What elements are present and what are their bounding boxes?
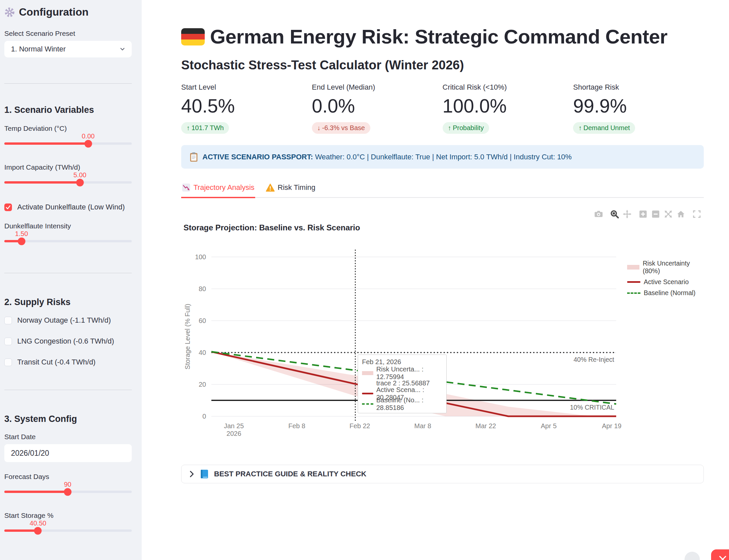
page-title-row: German Energy Risk: Strategic Command Ce… <box>181 25 704 48</box>
metric-start-level: Start Level 40.5% ↑ 101.7 TWh <box>181 83 312 134</box>
divider <box>4 273 132 273</box>
svg-text:Mar 22: Mar 22 <box>475 422 496 430</box>
german-flag-icon <box>181 28 205 45</box>
band-swatch-icon <box>627 265 639 270</box>
passport-text-bold: ACTIVE SCENARIO PASSPORT: <box>203 153 313 161</box>
clipboard-icon <box>190 152 198 162</box>
transit-cut-label: Transit Cut (-0.4 TWh/d) <box>17 358 96 366</box>
reset-axes-home-icon[interactable] <box>677 210 685 218</box>
tab-trajectory-analysis[interactable]: Trajectory Analysis <box>181 181 255 197</box>
slider-value: 40.50 <box>25 520 51 527</box>
norway-outage-label: Norway Outage (-1.1 TWh/d) <box>17 316 111 325</box>
pan-icon[interactable] <box>623 210 631 218</box>
tooltip-row: Baseline (No... : 28.85186 <box>362 399 442 409</box>
tooltip-row: Risk Uncerta... : 12.75994 <box>362 368 442 378</box>
slider-track[interactable] <box>4 529 132 532</box>
slider-thumb[interactable] <box>18 237 25 245</box>
svg-text:40% Re-Inject: 40% Re-Inject <box>574 356 614 363</box>
zoom-out-icon[interactable] <box>651 210 660 218</box>
zoom-in-icon[interactable] <box>639 210 647 218</box>
dunkelflaute-checkbox-label: Activate Dunkelflaute (Low Wind) <box>17 203 125 211</box>
blue-book-icon <box>200 469 209 479</box>
preset-label: Select Scenario Preset <box>4 30 132 38</box>
scenario-preset-select[interactable]: 1. Normal Winter <box>4 41 132 57</box>
svg-text:Feb 8: Feb 8 <box>288 422 305 430</box>
norway-outage-checkbox-row[interactable]: Norway Outage (-1.1 TWh/d) <box>4 316 132 325</box>
start-storage-label: Start Storage % <box>4 512 132 520</box>
autoscale-icon[interactable] <box>664 210 673 218</box>
tab-bar: Trajectory Analysis Risk Timing <box>181 181 704 198</box>
plotly-modebar <box>587 210 701 218</box>
slider-value: 90 <box>54 481 81 488</box>
checkbox-unchecked-icon[interactable] <box>4 317 12 324</box>
best-practice-expander[interactable]: BEST PRACTICE GUIDE & REALITY CHECK <box>181 465 704 483</box>
chevron-down-icon <box>119 46 126 52</box>
svg-text:Apr 19: Apr 19 <box>602 422 621 430</box>
section-scenario-variables: 1. Scenario Variables <box>4 105 132 115</box>
metric-critical-risk: Critical Risk (<10%) 100.0% ↑ Probabilit… <box>443 83 573 134</box>
tooltip-date: Feb 21, 2026 <box>362 358 442 366</box>
storage-projection-chart: Storage Projection: Baseline vs. Risk Sc… <box>181 207 704 440</box>
slider-thumb[interactable] <box>76 179 84 186</box>
tab-risk-timing[interactable]: Risk Timing <box>265 181 316 197</box>
legend-item-baseline[interactable]: Baseline (Normal) <box>627 289 704 297</box>
metric-value: 40.5% <box>181 95 312 117</box>
svg-text:100: 100 <box>195 253 206 261</box>
slider-value: 5.00 <box>67 171 93 179</box>
svg-text:Feb 22: Feb 22 <box>350 422 370 430</box>
slider-track[interactable] <box>4 491 132 493</box>
legend-label: Risk Uncertainty (80%) <box>643 260 704 275</box>
slider-track[interactable] <box>4 142 132 145</box>
divider <box>4 390 132 390</box>
lng-congestion-checkbox-row[interactable]: LNG Congestion (-0.6 TWh/d) <box>4 337 132 346</box>
chart-decreasing-icon <box>182 183 191 192</box>
main-content: German Energy Risk: Strategic Command Ce… <box>142 0 729 560</box>
forecast-days-slider: 90 <box>4 481 132 493</box>
slider-thumb[interactable] <box>84 140 92 147</box>
import-capacity-label: Import Capacity (TWh/d) <box>4 163 132 171</box>
legend-item-risk-uncertainty[interactable]: Risk Uncertainty (80%) <box>627 260 704 275</box>
dunkelflaute-checkbox-row[interactable]: Activate Dunkelflaute (Low Wind) <box>4 203 132 211</box>
tab-label: Trajectory Analysis <box>194 183 255 192</box>
svg-text:Storage Level (% Full): Storage Level (% Full) <box>184 304 191 369</box>
chart-title: Storage Projection: Baseline vs. Risk Sc… <box>184 223 360 232</box>
checkbox-checked-icon[interactable] <box>4 203 12 211</box>
temp-deviation-label: Temp Deviation (°C) <box>4 124 132 132</box>
arrow-up-icon: ↑ <box>578 124 582 132</box>
svg-text:Apr 5: Apr 5 <box>541 422 557 430</box>
arrow-down-icon: ↓ <box>317 124 321 132</box>
tab-label: Risk Timing <box>278 183 316 192</box>
start-date-input[interactable] <box>4 444 132 462</box>
slider-fill <box>4 529 38 532</box>
warning-icon <box>266 184 275 192</box>
fullscreen-icon[interactable] <box>692 210 701 218</box>
slider-value: 1.50 <box>8 230 35 238</box>
metric-delta-badge: ↑ 101.7 TWh <box>181 122 229 134</box>
expander-label: BEST PRACTICE GUIDE & REALITY CHECK <box>214 470 366 478</box>
metric-delta-badge: ↑ Demand Unmet <box>573 122 635 134</box>
legend-item-active-scenario[interactable]: Active Scenario <box>627 278 704 286</box>
svg-text:60: 60 <box>199 317 206 324</box>
zoom-icon[interactable] <box>610 210 619 218</box>
checkbox-unchecked-icon[interactable] <box>4 359 12 366</box>
slider-track[interactable] <box>4 240 132 242</box>
slider-track[interactable] <box>4 181 132 184</box>
line-swatch-icon <box>627 281 640 283</box>
transit-cut-checkbox-row[interactable]: Transit Cut (-0.4 TWh/d) <box>4 358 132 366</box>
start-storage-slider: 40.50 <box>4 520 132 532</box>
floating-action-button[interactable] <box>711 549 729 560</box>
metric-delta-badge: ↓ -6.3% vs Base <box>312 122 370 134</box>
hover-tooltip: Feb 21, 2026 Risk Uncerta... : 12.75994 … <box>358 355 446 413</box>
svg-text:2026: 2026 <box>227 430 242 437</box>
section-system-config: 3. System Config <box>4 414 132 424</box>
slider-thumb[interactable] <box>64 488 71 496</box>
svg-text:10% CRITICAL: 10% CRITICAL <box>570 404 614 411</box>
import-capacity-slider: 5.00 <box>4 171 132 184</box>
checkbox-unchecked-icon[interactable] <box>4 338 12 345</box>
slider-thumb[interactable] <box>34 527 42 534</box>
sidebar: Configuration Select Scenario Preset 1. … <box>0 0 142 560</box>
scenario-passport-banner: ACTIVE SCENARIO PASSPORT: Weather: 0.0°C… <box>181 145 704 169</box>
svg-text:0: 0 <box>203 413 206 420</box>
svg-text:Jan 25: Jan 25 <box>224 422 244 430</box>
camera-download-icon[interactable] <box>594 210 603 218</box>
